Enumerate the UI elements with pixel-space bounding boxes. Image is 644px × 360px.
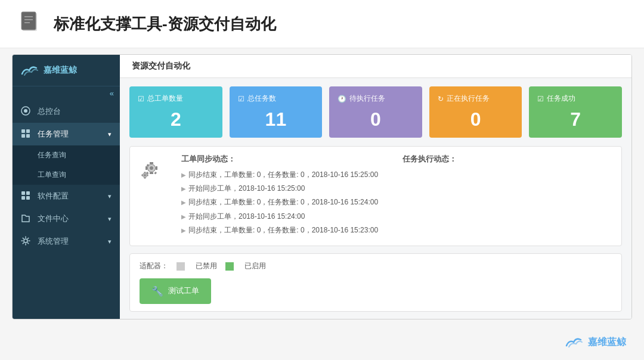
log-item-1: 开始同步工单，2018-10-16 15:25:00	[181, 183, 391, 194]
svg-rect-13	[21, 196, 25, 200]
footer-brand-name: 嘉维蓝鲸	[588, 336, 626, 349]
task-status-panel: 任务执行动态：	[402, 154, 612, 238]
svg-rect-11	[21, 191, 25, 195]
sidebar-item-label-software: 软件配置	[38, 191, 69, 201]
dashboard-icon	[21, 106, 32, 117]
sidebar-item-task-mgmt[interactable]: 任务管理 ▾	[13, 123, 120, 145]
running-icon: ↻	[438, 95, 444, 103]
legend-disabled-label: 已禁用	[196, 261, 217, 271]
svg-rect-12	[26, 191, 30, 195]
task-mgmt-icon	[21, 129, 32, 139]
brand-name: 嘉维蓝鲸	[44, 65, 77, 76]
stat-label-total-tasks: ☑ 总任务数	[238, 94, 314, 104]
stat-value-success: 7	[537, 108, 614, 131]
main-topbar-title: 资源交付自动化	[132, 61, 190, 70]
adapter-card-icon: 🔧	[151, 285, 163, 297]
file-center-icon	[21, 213, 32, 224]
svg-rect-7	[21, 129, 25, 133]
footer-brand: 嘉维蓝鲸	[564, 335, 626, 349]
svg-rect-8	[26, 129, 30, 133]
header-title: 标准化支撑工具-资源交付自动化	[54, 14, 276, 35]
legend-enabled-dot	[225, 262, 236, 271]
log-item-0: 同步结束，工单数量: 0，任务数量: 0，2018-10-16 15:25:00	[181, 169, 391, 181]
main-content: 资源交付自动化 ☑ 总工单数量 2 ☑ 总任务数 11	[120, 55, 631, 319]
stat-card-success: ☑ 任务成功 7	[529, 86, 622, 138]
sidebar-item-workorder-query[interactable]: 工单查询	[13, 165, 120, 185]
software-arrow-icon: ▾	[108, 193, 112, 200]
stat-label-running: ↻ 正在执行任务	[438, 94, 514, 104]
adapter-card-label: 测试工单	[168, 285, 199, 296]
sidebar-item-task-query[interactable]: 任务查询	[13, 145, 120, 165]
sidebar-nav: 总控台 任务管理 ▾ 任务查询	[13, 100, 120, 319]
task-mgmt-arrow-icon: ▾	[108, 131, 112, 138]
svg-rect-14	[26, 196, 30, 200]
stat-label-total-orders: ☑ 总工单数量	[138, 94, 214, 104]
stat-value-total-orders: 2	[138, 108, 214, 131]
order-icon: ☑	[138, 95, 144, 103]
log-item-4: 同步结束，工单数量: 0，任务数量: 0，2018-10-16 15:23:00	[181, 225, 391, 236]
task-count-icon: ☑	[238, 95, 244, 103]
svg-point-15	[24, 239, 27, 243]
stat-card-pending: 🕐 待执行任务 0	[329, 86, 422, 138]
stat-value-total-tasks: 11	[238, 108, 314, 131]
system-mgmt-icon	[21, 236, 32, 247]
sidebar: 嘉维蓝鲸 « 总控台	[13, 55, 120, 319]
stat-value-pending: 0	[338, 108, 414, 131]
software-config-icon	[21, 191, 32, 201]
svg-point-6	[24, 109, 27, 113]
sidebar-item-label-file: 文件中心	[38, 213, 69, 224]
stats-row: ☑ 总工单数量 2 ☑ 总任务数 11 🕐 待执行任务	[120, 78, 631, 146]
svg-rect-10	[26, 134, 30, 138]
gear-icon	[140, 154, 169, 238]
stat-card-total-tasks: ☑ 总任务数 11	[230, 86, 323, 138]
legend-enabled-label: 已启用	[244, 261, 266, 271]
adapter-label: 适配器：	[140, 261, 168, 271]
stat-card-running: ↻ 正在执行任务 0	[429, 86, 522, 138]
log-item-2: 同步结束，工单数量: 0，任务数量: 0，2018-10-16 15:24:00	[181, 197, 391, 208]
success-icon: ☑	[537, 95, 544, 103]
sidebar-item-label-dashboard: 总控台	[38, 106, 61, 117]
header-doc-icon	[18, 11, 44, 37]
adapter-section: 适配器： 已禁用 已启用 🔧 测试工单	[129, 253, 622, 312]
sidebar-collapse-button[interactable]: «	[13, 86, 120, 100]
adapter-card-test-workorder[interactable]: 🔧 测试工单	[140, 278, 211, 304]
file-arrow-icon: ▾	[108, 215, 112, 223]
legend-disabled-dot	[177, 262, 187, 271]
main-topbar: 资源交付自动化	[120, 55, 631, 78]
stat-card-total-orders: ☑ 总工单数量 2	[129, 86, 222, 138]
task-status-title: 任务执行动态：	[402, 154, 612, 165]
sidebar-item-file-center[interactable]: 文件中心 ▾	[13, 207, 120, 230]
sidebar-item-label-system: 系统管理	[38, 236, 69, 247]
system-arrow-icon: ▾	[108, 238, 112, 246]
stat-value-running: 0	[438, 108, 514, 131]
workorder-sync-title: 工单同步动态：	[181, 154, 391, 165]
sidebar-subitem-label-task-query: 任务查询	[38, 150, 66, 160]
stat-label-success: ☑ 任务成功	[537, 94, 614, 104]
svg-rect-9	[21, 134, 25, 138]
adapter-legend: 适配器： 已禁用 已启用	[140, 261, 612, 271]
stat-label-pending: 🕐 待执行任务	[338, 94, 414, 104]
activity-logs: 工单同步动态： 同步结束，工单数量: 0，任务数量: 0，2018-10-16 …	[181, 154, 391, 238]
log-item-3: 开始同步工单，2018-10-16 15:24:00	[181, 211, 391, 222]
page-header: 标准化支撑工具-资源交付自动化	[0, 0, 644, 48]
sidebar-item-software-config[interactable]: 软件配置 ▾	[13, 185, 120, 207]
sidebar-item-system-mgmt[interactable]: 系统管理 ▾	[13, 230, 120, 253]
sidebar-item-label-task-mgmt: 任务管理	[38, 129, 69, 139]
svg-point-18	[150, 166, 153, 170]
brand-bar: 嘉维蓝鲸	[13, 55, 120, 86]
sidebar-item-dashboard[interactable]: 总控台	[13, 100, 120, 123]
svg-point-21	[144, 174, 146, 176]
svg-rect-1	[21, 12, 36, 30]
pending-icon: 🕐	[338, 95, 346, 103]
app-container: 嘉维蓝鲸 « 总控台	[12, 54, 632, 319]
brand-logo-icon	[20, 63, 39, 77]
sidebar-subitem-label-workorder-query: 工单查询	[38, 170, 66, 180]
activity-section: 工单同步动态： 同步结束，工单数量: 0，任务数量: 0，2018-10-16 …	[129, 146, 622, 246]
